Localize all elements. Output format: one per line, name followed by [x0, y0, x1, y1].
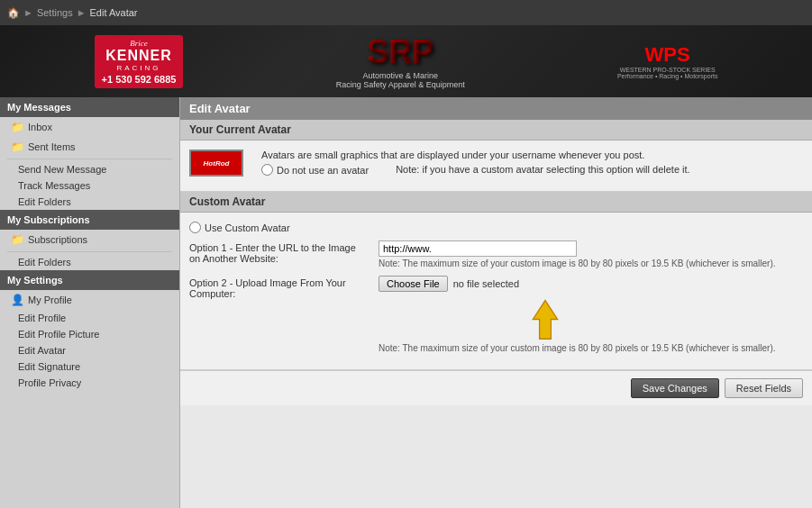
inbox-folder-icon: 📁: [11, 121, 24, 133]
profile-person-icon: 👤: [11, 294, 24, 306]
choose-file-button[interactable]: Choose File: [379, 276, 448, 292]
use-custom-radio[interactable]: [189, 222, 201, 233]
wps-logo-text: WPS: [617, 43, 718, 67]
kenner-name: KENNER: [102, 48, 177, 64]
use-custom-label: Use Custom Avatar: [205, 222, 290, 233]
url-input[interactable]: [379, 240, 577, 257]
use-custom-row: Use Custom Avatar: [189, 222, 803, 233]
main-layout: My Messages 📁 Inbox 📁 Sent Items Send Ne…: [0, 97, 812, 508]
sidebar-item-inbox[interactable]: 📁 Inbox: [0, 117, 179, 137]
option2-control: Choose File no file selected Note: The m…: [379, 276, 803, 353]
sidebar-item-edit-avatar[interactable]: Edit Avatar: [0, 342, 179, 358]
no-avatar-radio[interactable]: [261, 164, 273, 176]
option1-label: Option 1 - Enter the URL to the Image on…: [189, 240, 370, 264]
custom-avatar-section-title: Custom Avatar: [180, 192, 812, 213]
option1-note: Note: The maximum size of your custom im…: [379, 259, 803, 268]
sent-items-label: Sent Items: [28, 141, 76, 152]
avatar-info-text: Avatars are small graphics that are disp…: [261, 150, 803, 160]
sidebar-item-sent-items[interactable]: 📁 Sent Items: [0, 137, 179, 157]
avatar-image-text: HotRod: [204, 159, 230, 168]
option2-label: Option 2 - Upload Image From Your Comput…: [189, 276, 370, 299]
option1-control: Note: The maximum size of your custom im…: [379, 240, 803, 268]
my-profile-label: My Profile: [28, 295, 72, 305]
sidebar-item-edit-profile-picture[interactable]: Edit Profile Picture: [0, 326, 179, 342]
current-avatar-section-title: Your Current Avatar: [180, 120, 812, 141]
bottom-actions: Save Changes Reset Fields: [180, 370, 812, 405]
file-row: Choose File no file selected: [379, 276, 803, 292]
avatar-display: HotRod: [189, 150, 243, 177]
home-icon[interactable]: 🏠: [7, 7, 20, 19]
arrow-up-icon: [523, 296, 568, 341]
subscriptions-folder-icon: 📁: [11, 233, 24, 246]
wps-sub1: WESTERN PRO-STOCK SERIES: [617, 67, 718, 73]
sent-folder-icon: 📁: [11, 141, 24, 153]
sidebar-item-edit-profile[interactable]: Edit Profile: [0, 310, 179, 326]
no-avatar-note: Note: if you have a custom avatar select…: [396, 164, 690, 175]
my-subscriptions-section: My Subscriptions 📁 Subscriptions Edit Fo…: [0, 210, 179, 270]
kenner-logo: Brice KENNER RACING +1 530 592 6885: [95, 35, 184, 88]
breadcrumb: 🏠 ► Settings ► Edit Avatar: [7, 7, 138, 19]
content-area: Edit Avatar Your Current Avatar HotRod A…: [180, 97, 812, 508]
my-settings-header: My Settings: [0, 270, 179, 290]
subscriptions-divider: [7, 251, 172, 252]
kenner-racing: RACING: [102, 64, 177, 72]
svg-marker-0: [533, 301, 557, 340]
srp-sub1: Automotive & Marine: [336, 71, 465, 80]
top-navigation: 🏠 ► Settings ► Edit Avatar: [0, 0, 812, 25]
avatar-header-row: HotRod Avatars are small graphics that a…: [189, 150, 803, 182]
banner: Brice KENNER RACING +1 530 592 6885 SRP …: [0, 25, 812, 97]
option1-row: Option 1 - Enter the URL to the Image on…: [189, 240, 803, 268]
reset-fields-button[interactable]: Reset Fields: [725, 378, 803, 398]
sidebar-item-edit-folders-messages[interactable]: Edit Folders: [0, 194, 179, 210]
arrow-container: [379, 292, 803, 341]
srp-logo-block: SRP Automotive & Marine Racing Safety Ap…: [336, 33, 465, 89]
current-avatar-section: HotRod Avatars are small graphics that a…: [180, 141, 812, 192]
avatar-left: HotRod: [189, 150, 243, 182]
option2-row: Option 2 - Upload Image From Your Comput…: [189, 276, 803, 353]
avatar-right: Avatars are small graphics that are disp…: [261, 150, 803, 182]
sidebar-item-my-profile[interactable]: 👤 My Profile: [0, 290, 179, 310]
srp-sub2: Racing Safety Apparel & Equipment: [336, 80, 465, 89]
my-messages-section: My Messages 📁 Inbox 📁 Sent Items Send Ne…: [0, 97, 179, 210]
sidebar-item-subscriptions[interactable]: 📁 Subscriptions: [0, 230, 179, 249]
inbox-label: Inbox: [28, 122, 52, 132]
sidebar-item-profile-privacy[interactable]: Profile Privacy: [0, 375, 179, 391]
sidebar-item-send-new-message[interactable]: Send New Message: [0, 161, 179, 177]
messages-divider: [7, 159, 172, 159]
wps-sub2: Performance • Racing • Motorsports: [617, 73, 718, 79]
settings-breadcrumb-link[interactable]: Settings: [37, 7, 73, 18]
sidebar-item-edit-folders-subs[interactable]: Edit Folders: [0, 254, 179, 270]
wps-logo-block: WPS WESTERN PRO-STOCK SERIES Performance…: [617, 43, 718, 79]
my-messages-header: My Messages: [0, 97, 179, 117]
breadcrumb-separator2: ►: [77, 7, 87, 18]
subscriptions-label: Subscriptions: [28, 234, 87, 245]
kenner-script: Brice: [102, 39, 177, 48]
content-header: Edit Avatar: [180, 97, 812, 120]
my-subscriptions-header: My Subscriptions: [0, 210, 179, 230]
save-changes-button[interactable]: Save Changes: [631, 378, 719, 398]
sidebar-item-track-messages[interactable]: Track Messages: [0, 177, 179, 194]
my-settings-section: My Settings 👤 My Profile Edit Profile Ed…: [0, 270, 179, 391]
no-file-text: no file selected: [453, 278, 519, 289]
sidebar: My Messages 📁 Inbox 📁 Sent Items Send Ne…: [0, 97, 180, 508]
srp-logo-text: SRP: [336, 33, 465, 71]
custom-avatar-section: Use Custom Avatar Option 1 - Enter the U…: [180, 213, 812, 370]
kenner-phone: +1 530 592 6885: [102, 74, 177, 85]
current-page-breadcrumb: Edit Avatar: [90, 7, 138, 18]
banner-content: Brice KENNER RACING +1 530 592 6885 SRP …: [0, 33, 812, 89]
option2-note: Note: The maximum size of your custom im…: [379, 343, 803, 353]
breadcrumb-separator: ►: [23, 7, 33, 18]
sidebar-item-edit-signature[interactable]: Edit Signature: [0, 358, 179, 375]
no-avatar-radio-row: Do not use an avatar: [261, 164, 369, 176]
no-avatar-label: Do not use an avatar: [277, 165, 369, 176]
